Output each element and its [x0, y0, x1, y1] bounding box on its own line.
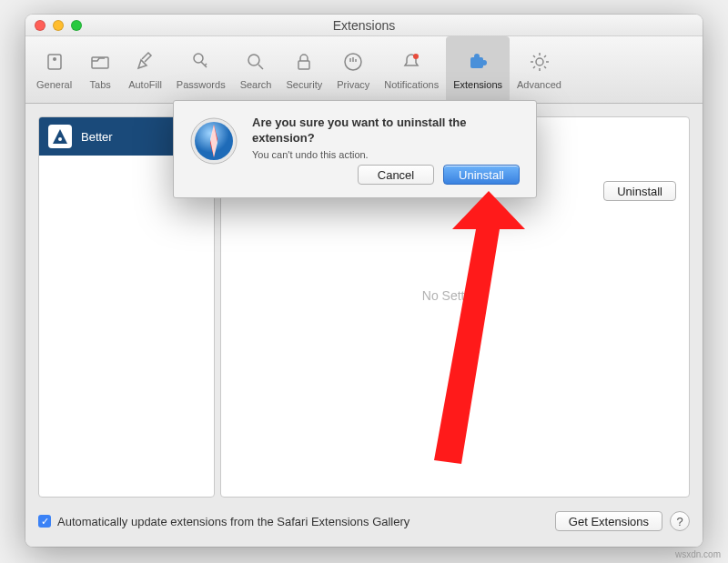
zoom-icon[interactable] — [71, 20, 82, 31]
tab-security[interactable]: Security — [278, 36, 329, 103]
footer-bar: ✓ Automatically update extensions from t… — [38, 508, 690, 534]
tab-advanced[interactable]: Advanced — [510, 36, 569, 103]
tab-privacy[interactable]: Privacy — [329, 36, 377, 103]
dialog-body: Are you sure you want to uninstall the e… — [252, 116, 520, 185]
tab-passwords[interactable]: Passwords — [169, 36, 233, 103]
confirm-uninstall-dialog: Are you sure you want to uninstall the e… — [173, 100, 537, 198]
auto-update-label: Automatically update extensions from the… — [57, 515, 410, 528]
tab-label: Security — [286, 79, 322, 90]
tab-general[interactable]: General — [29, 36, 79, 103]
tab-tabs[interactable]: Tabs — [79, 36, 121, 103]
svg-point-9 — [481, 60, 487, 65]
search-icon — [242, 48, 269, 75]
puzzle-icon — [464, 48, 491, 75]
svg-point-4 — [248, 55, 259, 65]
uninstall-button[interactable]: Uninstall — [603, 181, 676, 201]
hand-icon — [339, 48, 367, 75]
tab-label: Extensions — [453, 79, 502, 90]
pen-icon — [131, 48, 158, 75]
extension-icon — [48, 125, 72, 148]
close-icon[interactable] — [35, 20, 46, 31]
svg-rect-0 — [48, 55, 61, 69]
dialog-buttons: Cancel Uninstall — [252, 165, 520, 185]
svg-point-7 — [413, 54, 419, 59]
confirm-uninstall-button[interactable]: Uninstall — [443, 165, 520, 185]
preferences-toolbar: General Tabs AutoFill Passwords Search — [25, 36, 703, 104]
svg-rect-2 — [92, 57, 108, 68]
no-settings-label: No Settings — [221, 288, 689, 303]
svg-point-10 — [474, 54, 480, 59]
svg-marker-12 — [53, 129, 67, 144]
preferences-window: Extensions General Tabs AutoFill Passwor… — [25, 15, 703, 547]
cancel-button[interactable]: Cancel — [358, 165, 434, 185]
tab-label: General — [36, 79, 72, 90]
tab-label: Search — [240, 79, 272, 90]
svg-point-13 — [58, 137, 62, 141]
key-icon — [187, 48, 215, 75]
svg-rect-5 — [298, 61, 309, 69]
svg-point-11 — [536, 58, 543, 65]
watermark: wsxdn.com — [675, 549, 721, 559]
traffic-lights — [35, 20, 82, 31]
svg-point-1 — [53, 57, 56, 61]
tab-notifications[interactable]: Notifications — [377, 36, 446, 103]
dialog-title: Are you sure you want to uninstall the e… — [252, 116, 520, 146]
tab-label: Notifications — [384, 79, 439, 90]
auto-update-checkbox[interactable]: ✓ — [38, 515, 51, 528]
lock-icon — [290, 48, 318, 75]
tab-label: Privacy — [337, 79, 369, 90]
titlebar: Extensions — [25, 15, 703, 36]
safari-icon — [188, 116, 239, 166]
window-title: Extensions — [25, 15, 703, 36]
tab-search[interactable]: Search — [233, 36, 279, 103]
uninstall-area: Uninstall — [603, 181, 676, 201]
gear-icon — [526, 48, 553, 75]
dialog-message: You can't undo this action. — [252, 149, 520, 160]
switch-icon — [41, 48, 68, 75]
help-button[interactable]: ? — [670, 511, 690, 531]
tab-extensions[interactable]: Extensions — [446, 36, 510, 103]
tab-label: AutoFill — [128, 79, 162, 90]
minimize-icon[interactable] — [53, 20, 64, 31]
bell-icon — [398, 48, 425, 75]
tab-label: Advanced — [517, 79, 561, 90]
get-extensions-button[interactable]: Get Extensions — [555, 511, 662, 531]
extension-name: Better — [81, 130, 113, 144]
tab-autofill[interactable]: AutoFill — [121, 36, 169, 103]
tabs-icon — [86, 48, 114, 75]
tab-label: Passwords — [177, 79, 226, 90]
tab-label: Tabs — [90, 79, 111, 90]
